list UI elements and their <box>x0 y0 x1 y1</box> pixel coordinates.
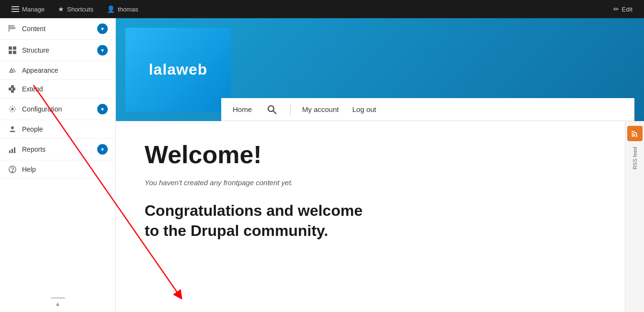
star-icon: ★ <box>58 5 64 13</box>
svg-rect-15 <box>11 149 13 153</box>
svg-rect-16 <box>14 147 15 153</box>
svg-rect-2 <box>10 28 15 29</box>
svg-line-21 <box>273 111 276 114</box>
svg-rect-4 <box>9 46 12 50</box>
sidebar-item-help[interactable]: Help <box>0 160 115 179</box>
search-icon <box>267 105 277 114</box>
svg-rect-5 <box>13 46 16 50</box>
rss-strip[interactable]: RSS feed <box>625 121 644 312</box>
extend-icon <box>8 85 17 93</box>
page-wrapper: Content ▼ Structure ▼ <box>0 18 644 312</box>
reports-chevron[interactable]: ▼ <box>97 144 108 155</box>
edit-label: Edit <box>622 6 633 13</box>
site-header: lalaweb Home My account Log out <box>116 18 644 121</box>
configuration-label: Configuration <box>22 105 97 113</box>
content-rss-wrapper: Welcome! You haven't created any frontpa… <box>116 121 644 312</box>
rss-label: RSS feed <box>632 147 638 169</box>
svg-point-19 <box>12 171 13 172</box>
manage-label: Manage <box>22 6 45 13</box>
structure-icon <box>8 46 17 54</box>
svg-point-13 <box>11 126 14 129</box>
people-label: People <box>22 125 108 133</box>
content-area: Welcome! You haven't created any frontpa… <box>116 121 625 312</box>
svg-rect-10 <box>11 85 14 88</box>
resize-arrow-icon: ▲ <box>55 301 61 307</box>
appearance-label: Appearance <box>22 67 108 74</box>
configuration-icon <box>8 105 17 113</box>
nav-my-account[interactable]: My account <box>300 105 341 113</box>
user-label: thomas <box>118 6 138 13</box>
content-icon <box>8 25 17 33</box>
sidebar-resize-area[interactable]: ▲ <box>0 297 115 307</box>
pencil-icon: ✏ <box>613 5 619 13</box>
svg-point-20 <box>268 106 274 111</box>
sidebar-item-appearance[interactable]: Appearance <box>0 61 115 80</box>
nav-divider <box>290 104 291 115</box>
nav-log-out[interactable]: Log out <box>350 105 378 113</box>
help-icon <box>8 166 17 173</box>
appearance-icon <box>8 67 17 74</box>
manage-button[interactable]: Manage <box>5 0 51 18</box>
resize-handle <box>51 297 65 299</box>
structure-chevron[interactable]: ▼ <box>97 45 108 56</box>
svg-rect-14 <box>9 150 11 153</box>
edit-button[interactable]: ✏ Edit <box>607 0 639 18</box>
site-title: lalaweb <box>149 61 208 78</box>
site-logo[interactable]: lalaweb <box>125 28 231 111</box>
svg-rect-8 <box>9 88 11 90</box>
search-button[interactable] <box>263 101 281 118</box>
people-icon <box>8 125 17 133</box>
reports-icon <box>8 145 17 153</box>
svg-rect-1 <box>10 27 15 28</box>
svg-point-12 <box>11 108 14 111</box>
nav-home[interactable]: Home <box>231 105 254 113</box>
svg-rect-7 <box>13 51 16 54</box>
configuration-chevron[interactable]: ▼ <box>97 104 108 114</box>
sidebar: Content ▼ Structure ▼ <box>0 18 116 312</box>
shortcuts-button[interactable]: ★ Shortcuts <box>51 0 100 18</box>
congrats-text: Congratulations and welcome to the Drupa… <box>145 201 596 241</box>
sidebar-item-structure[interactable]: Structure ▼ <box>0 40 115 61</box>
content-chevron[interactable]: ▼ <box>97 23 108 34</box>
help-label: Help <box>22 166 108 173</box>
user-icon: 👤 <box>107 5 115 13</box>
no-content-msg: You haven't created any frontpage conten… <box>145 178 596 187</box>
svg-point-22 <box>632 135 633 137</box>
sidebar-item-reports[interactable]: Reports ▼ <box>0 139 115 160</box>
hamburger-icon <box>11 6 19 12</box>
svg-rect-6 <box>9 51 12 54</box>
sidebar-item-content[interactable]: Content ▼ <box>0 18 115 40</box>
user-button[interactable]: 👤 thomas <box>100 0 145 18</box>
content-label: Content <box>22 25 97 33</box>
sidebar-item-configuration[interactable]: Configuration ▼ <box>0 99 115 120</box>
reports-label: Reports <box>22 145 97 153</box>
rss-icon[interactable] <box>627 126 643 141</box>
svg-rect-0 <box>10 25 14 26</box>
extend-label: Extend <box>22 85 108 93</box>
welcome-heading: Welcome! <box>145 140 596 169</box>
sidebar-item-people[interactable]: People <box>0 120 115 139</box>
right-area: lalaweb Home My account Log out Welcome! <box>116 18 644 312</box>
shortcuts-label: Shortcuts <box>67 6 93 13</box>
admin-toolbar: Manage ★ Shortcuts 👤 thomas ✏ Edit <box>0 0 644 18</box>
structure-label: Structure <box>22 46 97 54</box>
site-nav: Home My account Log out <box>221 98 634 121</box>
sidebar-item-extend[interactable]: Extend <box>0 80 115 99</box>
svg-rect-11 <box>11 90 14 93</box>
svg-rect-3 <box>9 25 10 32</box>
